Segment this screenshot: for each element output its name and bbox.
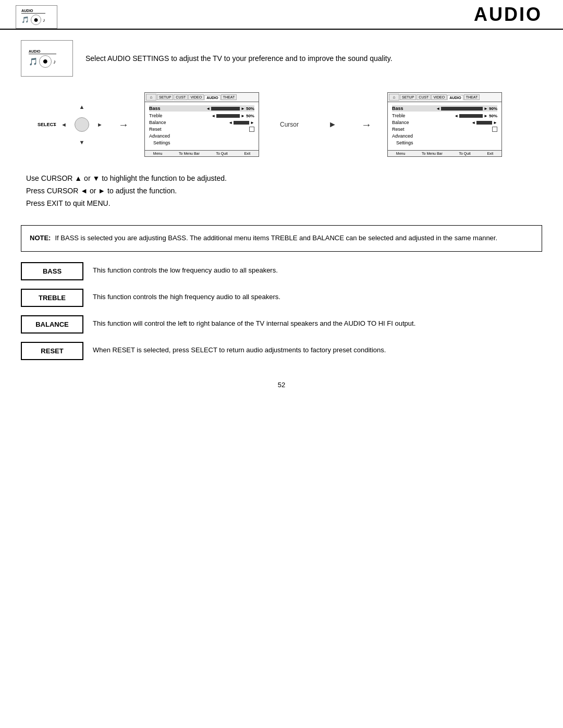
reset-check-2: [492, 127, 497, 132]
dpad-left: ◄ ► ▲ ▼: [61, 104, 103, 145]
feature-key-balance: BALANCE: [21, 315, 83, 334]
feature-desc-bass: This function controls the low frequency…: [83, 262, 542, 278]
feature-key-reset: RESET: [21, 342, 83, 360]
bass-slider-2: ◄ ► 90%: [436, 106, 497, 111]
reset-label-2: Reset: [392, 127, 418, 132]
menu-row-settings-2: Settings: [392, 140, 497, 145]
dpad-right-arrow: ►: [97, 121, 103, 128]
instruction-line2: Press CURSOR ◄ or ► to adjust the functi…: [26, 185, 537, 198]
bass-label-2: Bass: [392, 106, 418, 111]
menu-row-reset-2: Reset: [392, 127, 497, 132]
bass-label-1: Bass: [149, 106, 175, 111]
tab-customize: CUST: [174, 94, 188, 100]
balance-slider-1: ◄ ►: [228, 120, 254, 125]
header-audio-icon: AUDIO 🎵 ● ♪: [21, 9, 45, 25]
advanced-label-2: Advanced: [392, 133, 418, 139]
menu-row-bass-1: Bass ◄ ► 50%: [149, 105, 254, 112]
menu-footer-1: Menu To Menu Bar To Quit Exit: [145, 150, 259, 156]
menu-row-balance-2: Balance ◄ ►: [392, 120, 497, 125]
footer-toquit-1: To Quit: [215, 152, 229, 155]
select-arrow: →: [51, 121, 57, 129]
settings-label-1: Settings: [149, 140, 175, 145]
page-title: AUDIO: [474, 5, 542, 27]
intro-icon-box: AUDIO 🎵 ● ♪: [21, 40, 73, 77]
feature-key-bass: BASS: [21, 262, 83, 280]
tab-icon-home-2: ⌂: [389, 94, 399, 101]
intro-audio-icon: AUDIO 🎵 ● ♪: [29, 50, 56, 68]
tab-audio-active: AUDIO: [204, 95, 221, 100]
instruction-line3: Press EXIT to quit MENU.: [26, 198, 537, 210]
menu-row-reset-1: Reset: [149, 127, 254, 132]
treble-slider-1: ◄ ► 50%: [211, 114, 254, 118]
menu-row-treble-1: Treble ◄ ► 50%: [149, 113, 254, 118]
tab-customize-2: CUST: [417, 94, 431, 100]
treble-pct-2: 50%: [489, 114, 497, 118]
footer-exit-2: Exit: [485, 152, 495, 155]
reset-label-1: Reset: [149, 127, 175, 132]
note-label: NOTE:: [30, 234, 51, 242]
tab-video: VIDEO: [188, 94, 204, 100]
tab-theater: THEAT: [221, 94, 237, 100]
tab-video-2: VIDEO: [431, 94, 447, 100]
advanced-label-1: Advanced: [149, 133, 175, 139]
menu-tabs-1: ⌂ SETUP CUST VIDEO AUDIO THEAT: [145, 93, 259, 102]
menu-row-treble-2: Treble ◄ ► 50%: [392, 113, 497, 118]
footer-exit-1: Exit: [242, 152, 252, 155]
balance-label-2: Balance: [392, 120, 418, 125]
instruction-line1: Use CURSOR ▲ or ▼ to highlight the funct…: [26, 172, 537, 185]
treble-bar-2: [459, 114, 483, 118]
instructions-section: Use CURSOR ▲ or ▼ to highlight the funct…: [0, 172, 563, 209]
intro-text: Select AUDIO SETTINGS to adjust the TV t…: [85, 54, 393, 63]
diagram-section: SELECT → ◄ ► ▲ ▼ → ⌂ SETUP CUST VIDEO AU…: [0, 92, 563, 157]
tab-setup-2: SETUP: [400, 94, 416, 100]
treble-pct-1: 50%: [246, 114, 254, 118]
treble-label-1: Treble: [149, 113, 175, 118]
treble-slider-2: ◄ ► 50%: [454, 114, 497, 118]
settings-label-2: Settings: [392, 140, 418, 145]
tab-setup: SETUP: [157, 94, 173, 100]
feature-section: BASS This function controls the low freq…: [21, 262, 542, 360]
arrow-to-screen2: →: [361, 119, 372, 131]
dpad-down-arrow: ▼: [79, 139, 85, 145]
treble-label-2: Treble: [392, 113, 418, 118]
menu-row-advanced-1: Advanced: [149, 133, 254, 139]
tab-theater-2: THEAT: [464, 94, 480, 100]
tab-audio-active-2: AUDIO: [447, 95, 463, 100]
arrow-to-screen1: →: [118, 119, 129, 131]
page-header: AUDIO 🎵 ● ♪ AUDIO: [0, 0, 563, 30]
bass-bar-1: [211, 107, 240, 110]
balance-bar-2: [476, 121, 492, 125]
feature-desc-treble: This function controls the high frequenc…: [83, 289, 542, 305]
feature-row-bass: BASS This function controls the low freq…: [21, 262, 542, 280]
intro-section: AUDIO 🎵 ● ♪ Select AUDIO SETTINGS to adj…: [0, 40, 563, 77]
bass-pct-1: 50%: [246, 106, 254, 111]
note-text: If BASS is selected you are adjusting BA…: [55, 234, 497, 242]
menu-footer-2: Menu To Menu Bar To Quit Exit: [388, 150, 501, 156]
menu-tabs-2: ⌂ SETUP CUST VIDEO AUDIO THEAT: [388, 93, 501, 102]
feature-desc-balance: This function will control the left to r…: [83, 315, 542, 331]
dpad-right-only: ►: [320, 112, 346, 138]
menu-screen-2: ⌂ SETUP CUST VIDEO AUDIO THEAT Bass ◄ ► …: [387, 92, 502, 157]
balance-bar-1: [234, 121, 249, 125]
dpad-right-arrow-2: ►: [328, 120, 337, 129]
footer-menu-1: Menu: [152, 152, 164, 155]
menu-screen-1: ⌂ SETUP CUST VIDEO AUDIO THEAT Bass ◄ ► …: [144, 92, 259, 157]
page-number: 52: [0, 381, 563, 399]
header-icon-box: AUDIO 🎵 ● ♪: [16, 5, 57, 29]
footer-tomenubar-2: To Menu Bar: [420, 152, 444, 155]
treble-bar-1: [216, 114, 240, 118]
dpad-left-arrow: ◄: [61, 121, 67, 128]
feature-key-treble: TREBLE: [21, 289, 83, 307]
menu-row-advanced-2: Advanced: [392, 133, 497, 139]
footer-menu-2: Menu: [395, 152, 407, 155]
menu-row-bass-2: Bass ◄ ► 90%: [392, 105, 497, 112]
menu-row-balance-1: Balance ◄ ►: [149, 120, 254, 125]
menu-body-1: Bass ◄ ► 50% Treble ◄ ► 50%: [145, 102, 259, 150]
remote-right-arrow: ►: [320, 112, 346, 138]
feature-desc-reset: When RESET is selected, press SELECT to …: [83, 342, 542, 358]
reset-check-1: [249, 127, 254, 132]
bass-slider-1: ◄ ► 50%: [206, 106, 254, 111]
note-section: NOTE:If BASS is selected you are adjusti…: [21, 225, 542, 252]
bass-pct-2: 90%: [489, 106, 497, 111]
footer-tomenubar-1: To Menu Bar: [177, 152, 201, 155]
